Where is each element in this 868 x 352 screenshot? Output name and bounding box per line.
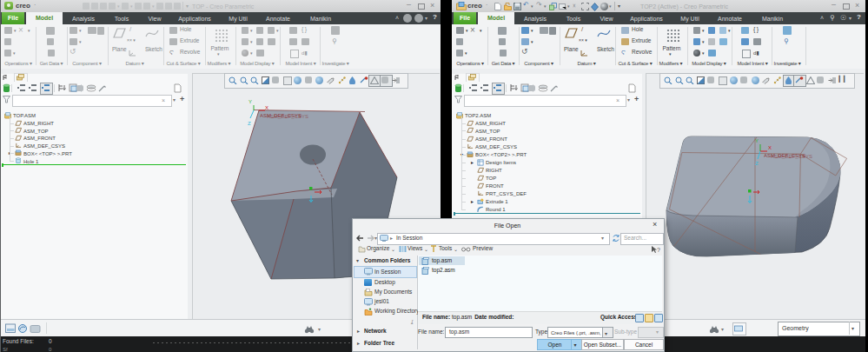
svg-text:Z: Z [248, 121, 251, 126]
svg-text:ASM_DEF_CSYS: ASM_DEF_CSYS [771, 154, 812, 159]
svg-text:Y: Y [248, 99, 252, 104]
svg-text:X: X [768, 145, 772, 150]
svg-text:Y: Y [755, 138, 759, 143]
svg-text:Z: Z [755, 161, 759, 166]
svg-text:?: ? [657, 247, 660, 253]
svg-text:X: X [265, 105, 268, 110]
svg-text:ASM_DEF_CSYS: ASM_DEF_CSYS [267, 114, 308, 119]
